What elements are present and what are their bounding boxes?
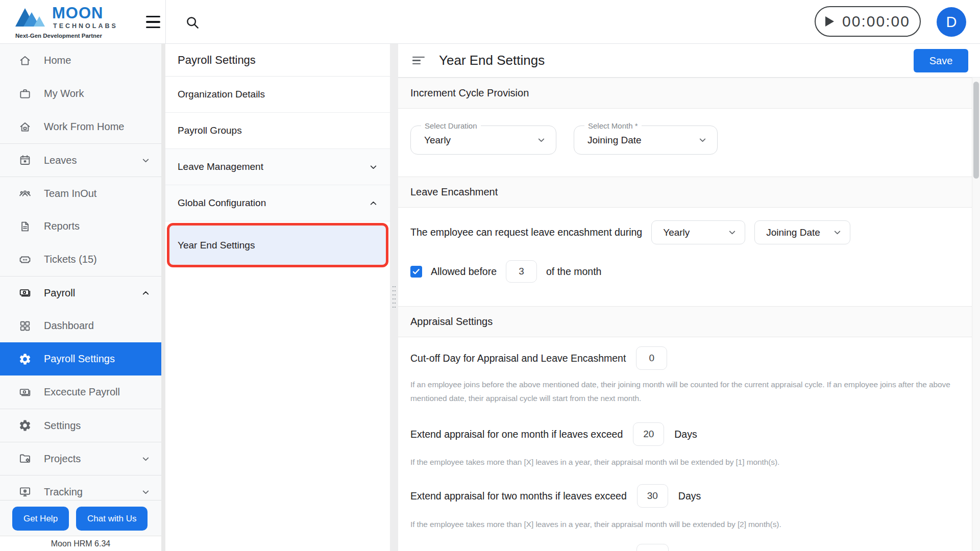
chevron-up-icon: [140, 288, 151, 298]
encashment-row-label: The employee can request leave encashmen…: [410, 227, 642, 238]
extend-one-month-input[interactable]: [633, 422, 664, 446]
brand-subname: TECHNOLABS: [53, 22, 118, 30]
settings-nav-item-organization-details[interactable]: Organization Details: [165, 77, 390, 113]
sidebar-item-payroll-settings[interactable]: Payroll Settings: [0, 342, 161, 375]
app-version: Moon HRM 6.34: [0, 536, 161, 551]
sidebar-item-dashboard[interactable]: Dashboard: [0, 309, 161, 342]
chevron-down-icon: [697, 135, 708, 145]
chevron-down-icon: [727, 227, 738, 238]
sidebar-item-settings[interactable]: Settings: [0, 409, 161, 442]
main-scrollbar[interactable]: [972, 78, 980, 551]
encashment-month-dropdown[interactable]: Joining Date: [754, 220, 850, 244]
top-bar: MOON TECHNOLABS Next-Gen Development Par…: [0, 0, 980, 44]
check-icon: [411, 267, 421, 277]
cutoff-day-label: Cut-off Day for Appraisal and Leave Enca…: [410, 353, 626, 364]
brand-name: MOON: [52, 4, 103, 22]
brand-tagline: Next-Gen Development Partner: [15, 33, 102, 39]
allowed-before-label: Allowed before: [431, 266, 497, 278]
allowed-before-checkbox[interactable]: [410, 266, 422, 278]
settings-nav-list: Organization DetailsPayroll GroupsLeave …: [165, 77, 390, 267]
select-duration-dropdown[interactable]: Select Duration Yearly: [410, 126, 556, 155]
extend-two-months-label: Extend appraisal for two months if leave…: [410, 490, 627, 502]
sidebar-item-payroll[interactable]: Payroll: [0, 276, 161, 309]
drag-handle-icon[interactable]: [392, 285, 396, 309]
sidebar-item-home[interactable]: Home: [0, 44, 161, 77]
cash-icon: [18, 286, 32, 299]
briefcase-icon: [18, 87, 32, 101]
sidebar-item-projects[interactable]: Projects: [0, 442, 161, 475]
allowed-before-input[interactable]: [506, 260, 537, 283]
extend-two-months-unit: Days: [678, 490, 701, 502]
settings-nav-item-year-end-settings[interactable]: Year End Settings: [167, 223, 388, 267]
extend-one-month-unit: Days: [674, 429, 697, 440]
cutoff-help-text: If an employee joins before the above me…: [410, 378, 968, 405]
gear-icon: [18, 353, 32, 366]
chat-with-us-button[interactable]: Chat with Us: [76, 507, 148, 531]
sidebar-item-reports[interactable]: Reports: [0, 210, 161, 243]
search-icon[interactable]: [185, 15, 200, 30]
cutoff-day-input[interactable]: [636, 346, 667, 370]
chevron-down-icon: [140, 155, 151, 166]
extend-one-month-help: If the employee takes more than [X] leav…: [410, 455, 968, 469]
gear-icon: [18, 419, 32, 432]
chevron-down-icon: [368, 162, 379, 172]
chevron-down-icon: [832, 227, 843, 238]
main-panel: Year End Settings Save Increment Cycle P…: [398, 44, 980, 551]
timer-value: 00:00:00: [842, 13, 910, 30]
extend-one-month-label: Extend appraisal for one month if leaves…: [410, 429, 623, 440]
next-setting-input-partial[interactable]: [636, 544, 669, 551]
panel-resize-divider[interactable]: [390, 44, 398, 551]
time-tracker[interactable]: 00:00:00: [815, 6, 921, 37]
topbar-divider: [165, 0, 166, 44]
people-icon: [18, 187, 32, 200]
moon-logo-icon: [14, 5, 48, 30]
settings-nav-panel: Payroll Settings Organization DetailsPay…: [165, 44, 390, 551]
sidebar-item-team-inout[interactable]: Team InOut: [0, 177, 161, 210]
dashboard-icon: [18, 319, 32, 333]
page-title: Year End Settings: [439, 53, 545, 68]
cash-icon: [18, 386, 32, 399]
sidebar-item-leaves[interactable]: Leaves: [0, 143, 161, 177]
sidebar-bottom: Get Help Chat with Us Moon HRM 6.34: [0, 500, 161, 551]
sidebar-item-work-from-home[interactable]: Work From Home: [0, 110, 161, 143]
folder-gear-icon: [18, 452, 32, 465]
monitor-eye-icon: [18, 485, 32, 498]
sidebar-nav: HomeMy WorkWork From HomeLeavesTeam InOu…: [0, 44, 161, 508]
chevron-down-icon: [140, 487, 151, 497]
select-month-label: Select Month *: [584, 121, 642, 130]
document-icon: [18, 220, 32, 233]
app-logo: MOON TECHNOLABS Next-Gen Development Par…: [14, 3, 142, 43]
play-icon[interactable]: [825, 16, 834, 27]
allowed-before-suffix: of the month: [546, 266, 601, 278]
settings-nav-item-global-configuration[interactable]: Global Configuration: [165, 185, 390, 221]
chevron-down-icon: [536, 135, 547, 145]
select-month-dropdown[interactable]: Select Month * Joining Date: [574, 126, 718, 155]
section-appraisal-settings: Appraisal Settings: [398, 306, 972, 337]
calendar-icon: [18, 154, 32, 167]
home-work-icon: [18, 120, 32, 134]
page-title-icon: [412, 57, 426, 65]
home-icon: [18, 54, 32, 67]
settings-nav-item-leave-management[interactable]: Leave Management: [165, 149, 390, 185]
extend-two-months-input[interactable]: [637, 484, 668, 508]
chevron-up-icon: [368, 198, 379, 209]
sidebar-item-my-work[interactable]: My Work: [0, 77, 161, 110]
settings-nav-item-payroll-groups[interactable]: Payroll Groups: [165, 113, 390, 149]
extend-two-months-help: If the employee takes more than [X] leav…: [410, 517, 968, 531]
section-increment-cycle: Increment Cycle Provision: [398, 78, 972, 109]
ticket-icon: [18, 253, 32, 266]
sidebar: HomeMy WorkWork From HomeLeavesTeam InOu…: [0, 44, 161, 551]
main-scrollbar-thumb[interactable]: [973, 82, 979, 179]
user-avatar[interactable]: D: [937, 7, 966, 37]
sidebar-scrollbar[interactable]: [161, 44, 165, 551]
menu-hamburger-icon[interactable]: [146, 16, 160, 28]
main-header: Year End Settings Save: [398, 44, 980, 78]
sidebar-item-tickets-15[interactable]: Tickets (15): [0, 243, 161, 276]
get-help-button[interactable]: Get Help: [12, 507, 69, 531]
select-duration-label: Select Duration: [421, 121, 481, 130]
section-leave-encashment: Leave Encashment: [398, 177, 972, 208]
sidebar-item-excecute-payroll[interactable]: Excecute Payroll: [0, 375, 161, 409]
save-button[interactable]: Save: [914, 49, 968, 72]
chevron-down-icon: [140, 454, 151, 464]
encashment-duration-dropdown[interactable]: Yearly: [651, 220, 745, 244]
